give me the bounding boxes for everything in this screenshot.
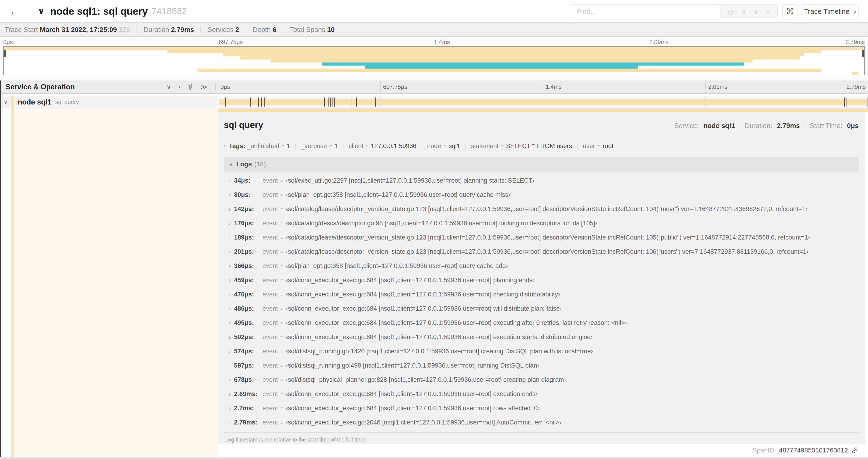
log-key: event — [262, 405, 278, 412]
logs-header[interactable]: ∨ Logs (18) — [224, 157, 859, 172]
chevron-right-icon[interactable]: › — [229, 419, 231, 426]
chevron-right-icon[interactable]: › — [229, 405, 231, 412]
log-row[interactable]: ›2.79ms:event=‹sql/conn_executor_exec.go… — [224, 415, 859, 430]
log-key: event — [262, 390, 278, 397]
keyboard-shortcuts-button[interactable]: ⌘ — [782, 4, 798, 19]
minimap-canvas[interactable] — [3, 46, 865, 75]
log-row[interactable]: ›502μs:event=‹sql/conn_executor_exec.go:… — [224, 330, 859, 344]
equals-sign: = — [280, 405, 283, 412]
gridline — [543, 80, 543, 93]
log-entry: event=‹sql/distsql_running.go:1420 [nsql… — [262, 348, 593, 355]
chevron-right-icon[interactable]: › — [229, 348, 231, 355]
divider — [224, 136, 859, 136]
chevron-right-icon[interactable]: › — [229, 390, 231, 398]
log-value: ‹sql/conn_executor_exec.go:2046 [nsql1,c… — [286, 419, 561, 426]
chevron-up-icon[interactable]: ∧ — [741, 7, 746, 15]
log-entry: event=‹sql/catalog/lease/descriptor_vers… — [262, 234, 810, 241]
chevron-right-icon[interactable]: › — [229, 205, 231, 213]
chevron-right-icon[interactable]: › — [229, 248, 231, 255]
log-row[interactable]: ›459μs:event=‹sql/conn_executor_exec.go:… — [224, 273, 859, 287]
log-key: event — [262, 248, 278, 255]
tick-label: 697.75μs — [380, 84, 407, 90]
collapse-one-icon[interactable]: ∨ — [166, 83, 171, 91]
tag-item: user=root — [583, 142, 614, 150]
meta-suffix: .326 — [117, 26, 130, 33]
chevron-right-icon[interactable]: › — [229, 177, 231, 184]
equals-sign: = — [280, 177, 283, 184]
log-row[interactable]: ›201μs:event=‹sql/catalog/lease/descript… — [224, 245, 859, 259]
chevron-right-icon[interactable]: › — [229, 376, 231, 384]
vertical-scrollbar[interactable] — [0, 80, 1, 457]
log-timestamp: 574μs: — [234, 348, 262, 355]
meta-value: 2 — [236, 26, 239, 33]
meta-label: Services — [208, 26, 235, 33]
chevron-right-icon[interactable]: › — [229, 220, 231, 227]
collapse-all-icon[interactable]: ≫ — [187, 84, 194, 90]
chevron-down-icon[interactable]: ∨ — [753, 7, 758, 15]
chevron-down-icon[interactable]: ∨ — [38, 6, 44, 16]
search-input[interactable] — [571, 5, 720, 18]
chevron-right-icon[interactable]: › — [229, 191, 231, 198]
log-row[interactable]: ›574μs:event=‹sql/distsql_running.go:142… — [224, 344, 859, 358]
log-marker — [258, 97, 259, 107]
chevron-right-icon[interactable]: › — [229, 291, 231, 298]
log-key: event — [262, 419, 278, 426]
column-resizer[interactable] — [214, 84, 216, 90]
log-row[interactable]: ›176μs:event=‹sql/catalog/descs/descript… — [224, 216, 859, 230]
locate-icon[interactable]: ◎ — [728, 7, 734, 15]
equals-sign: = — [280, 362, 283, 369]
chevron-right-icon[interactable]: › — [229, 262, 231, 270]
log-timestamp: 34μs: — [234, 177, 262, 184]
chevron-down-icon: ∨ — [853, 9, 857, 15]
service-color-stripe — [11, 108, 13, 457]
chevron-right-icon[interactable]: › — [229, 333, 231, 341]
equals-sign: = — [280, 249, 283, 255]
duration-label: Duration: — [745, 122, 772, 130]
back-button[interactable]: ← — [0, 0, 30, 22]
log-value: ‹sql/conn_executor_exec.go:684 [nsql1,cl… — [286, 276, 534, 284]
chevron-right-icon[interactable]: › — [229, 362, 231, 369]
close-icon[interactable]: × — [766, 7, 770, 15]
log-row[interactable]: ›2.69ms:event=‹sql/conn_executor_exec.go… — [224, 387, 859, 401]
chevron-right-icon[interactable]: › — [224, 143, 226, 149]
log-row[interactable]: ›486μs:event=‹sql/conn_executor_exec.go:… — [224, 302, 859, 316]
operation-name: sql query — [55, 99, 79, 105]
meta-value: 6 — [273, 26, 276, 33]
chevron-down-icon[interactable]: ∨ — [0, 99, 11, 105]
log-row[interactable]: ›597μs:event=‹sql/distsql_running.go:498… — [224, 358, 859, 373]
log-marker — [333, 97, 333, 107]
tag-key: _verbose — [301, 142, 327, 150]
log-value: ‹sql/exec_util.go:2297 [nsql1,client=127… — [286, 177, 534, 184]
log-row[interactable]: ›189μs:event=‹sql/catalog/lease/descript… — [224, 230, 859, 245]
log-row[interactable]: ›476μs:event=‹sql/conn_executor_exec.go:… — [224, 287, 859, 302]
chevron-right-icon[interactable]: › — [229, 234, 231, 241]
tick-label: 2.79ms — [844, 84, 868, 90]
span-title: sql query — [224, 120, 674, 130]
log-row[interactable]: ›495μs:event=‹sql/conn_executor_exec.go:… — [224, 316, 859, 330]
chevron-right-icon[interactable]: › — [229, 276, 231, 284]
view-selector-button[interactable]: Trace Timeline ∨ — [802, 4, 859, 19]
logs-section: ∨ Logs (18) ›34μs:event=‹sql/exec_util.g… — [224, 157, 859, 444]
divider — [296, 142, 296, 150]
log-row[interactable]: ›142μs:event=‹sql/catalog/lease/descript… — [224, 202, 859, 216]
expand-all-icon[interactable]: ≫ — [201, 83, 208, 91]
detail-span-bar[interactable] — [218, 108, 868, 112]
log-marker — [225, 97, 226, 107]
tick-label: 0μs — [3, 39, 13, 45]
span-row-service[interactable]: ∨ node sql1 sql query — [0, 96, 218, 108]
equals-sign: = — [280, 334, 283, 340]
expand-one-icon[interactable]: › — [178, 83, 180, 91]
link-icon[interactable] — [851, 447, 859, 454]
log-row[interactable]: ›80μs:event=‹sql/plan_opt.go:358 [nsql1,… — [224, 188, 859, 202]
log-row[interactable]: ›366μs:event=‹sql/plan_opt.go:358 [nsql1… — [224, 259, 859, 273]
chevron-down-icon[interactable]: ∨ — [229, 161, 233, 167]
tag-item: node=sql1 — [427, 142, 460, 150]
chevron-right-icon[interactable]: › — [229, 305, 231, 312]
log-timestamp: 678μs: — [234, 376, 262, 384]
log-row[interactable]: ›2.7ms:event=‹sql/conn_executor_exec.go:… — [224, 401, 859, 415]
equals-sign: = — [281, 143, 285, 149]
tags-row[interactable]: › Tags: _unfinished=1_verbose=1client=12… — [224, 142, 859, 150]
chevron-right-icon[interactable]: › — [229, 319, 231, 327]
log-row[interactable]: ›34μs:event=‹sql/exec_util.go:2297 [nsql… — [224, 173, 859, 188]
log-row[interactable]: ›678μs:event=‹sql/distsql_physical_plann… — [224, 373, 859, 387]
